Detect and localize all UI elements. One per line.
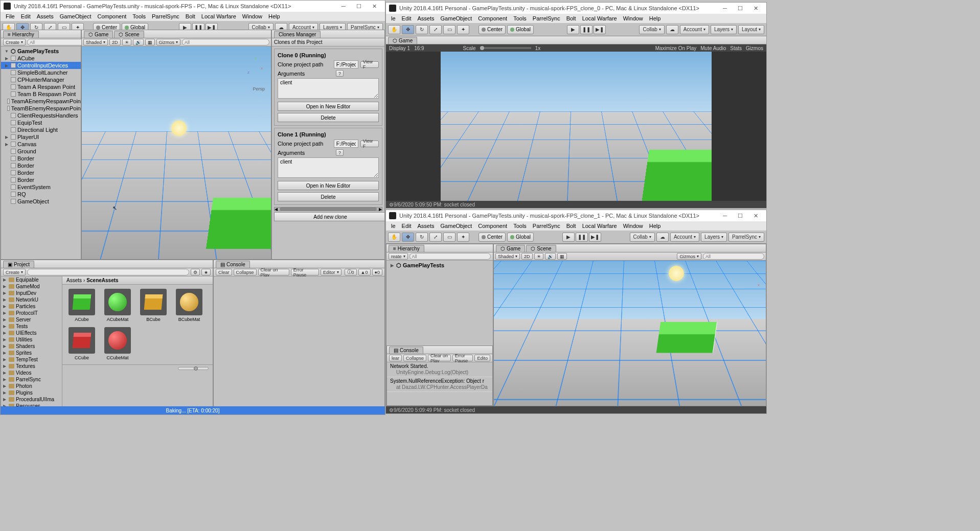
hierarchy-item[interactable]: ▶PlayerUI (1, 133, 81, 141)
cloud-icon[interactable]: ☁ (656, 233, 669, 242)
hierarchy-item[interactable]: GameObject (1, 198, 81, 205)
mute-audio[interactable]: Mute Audio (700, 45, 726, 51)
hierarchy-item[interactable]: Border (1, 162, 81, 169)
project-tab[interactable]: ▣ Project (3, 261, 34, 268)
console-clearonplay[interactable]: Clear on Play (258, 269, 289, 275)
project-folder[interactable]: ▶NetworkU (1, 296, 62, 303)
project-folder[interactable]: ▶Photon (1, 383, 62, 389)
rect-tool-icon[interactable]: ▭ (443, 25, 455, 34)
hand-tool-icon[interactable]: ✋ (388, 233, 400, 242)
hierarchy-item[interactable]: Team A Respawn Point (1, 83, 81, 90)
project-filter-icon[interactable]: ⚙ (191, 269, 200, 275)
close-button[interactable]: ✕ (367, 2, 382, 11)
menu-window[interactable]: Window (239, 13, 265, 19)
hand-tool-icon[interactable]: ✋ (388, 25, 400, 34)
close-button[interactable]: ✕ (748, 211, 763, 220)
step-button[interactable]: ▶❚ (589, 233, 601, 242)
hierarchy-item[interactable]: Border (1, 169, 81, 176)
scale-tool-icon[interactable]: ⤢ (429, 25, 442, 34)
project-folder[interactable]: ▶Utilities (1, 336, 62, 343)
scene-tab[interactable]: ⬡ Scene (526, 245, 556, 252)
menu-file[interactable]: File (3, 13, 18, 19)
hierarchy-item[interactable]: Directional Light (1, 126, 81, 133)
hierarchy-item[interactable]: SimpleBoltLauncher (1, 69, 81, 76)
menu-parrelsync[interactable]: ParrelSync (149, 13, 183, 19)
directional-light-gizmo[interactable] (171, 121, 187, 136)
hierarchy-item[interactable]: Ground (1, 148, 81, 155)
maximize-button[interactable]: ☐ (733, 4, 748, 13)
asset-item[interactable]: CCube (66, 327, 97, 360)
hierarchy-item[interactable]: RQ (1, 191, 81, 198)
project-folder[interactable]: ▶TempTest (1, 356, 62, 363)
clones-tab[interactable]: Clones Manager (274, 31, 321, 38)
project-folder[interactable]: ▶ProceduralUIIma (1, 396, 62, 403)
console-tab[interactable]: ▤ Console (216, 261, 250, 268)
rect-tool-icon[interactable]: ▭ (443, 233, 455, 242)
transform-tool-icon[interactable]: ✦ (457, 25, 469, 34)
menu-bolt[interactable]: Bolt (183, 13, 198, 19)
display-dropdown[interactable]: Display 1 (389, 45, 410, 51)
move-tool-icon[interactable]: ✥ (402, 25, 414, 34)
clone0-path[interactable] (334, 60, 358, 68)
console-error-count[interactable]: ● 0 (372, 269, 382, 275)
scene-search[interactable] (703, 253, 764, 260)
minimize-button[interactable]: ─ (717, 4, 733, 13)
scene-root[interactable]: ▶⬡ GamePlayTests (386, 262, 493, 269)
maximize-on-play[interactable]: Maximize On Play (655, 45, 697, 51)
hierarchy-item[interactable]: EquipTest (1, 119, 81, 126)
clone1-open-button[interactable]: Open in New Editor (278, 181, 379, 190)
asset-item[interactable]: BCubeMat (174, 289, 204, 322)
scene-tab[interactable]: ⬡ Scene (114, 31, 144, 38)
project-folder[interactable]: ▶Tests (1, 323, 62, 330)
clone1-args-help[interactable]: ? (336, 149, 344, 156)
stats-button[interactable]: Stats (730, 45, 742, 51)
menubar[interactable]: leEditAssetsGameObjectComponentToolsParr… (386, 221, 766, 230)
console-warn-count[interactable]: ▲ 0 (358, 269, 371, 275)
scene-light-icon[interactable]: ☀ (534, 253, 543, 260)
close-button[interactable]: ✕ (748, 4, 763, 13)
console-clear[interactable]: Clear (216, 269, 232, 275)
step-button[interactable]: ▶❚ (594, 25, 606, 34)
hierarchy-item[interactable]: ▶ACube (1, 55, 81, 62)
menu-assets[interactable]: Assets (34, 13, 57, 19)
menu-gameobject[interactable]: GameObject (57, 13, 95, 19)
clone1-path[interactable] (334, 140, 358, 148)
scale-tool-icon[interactable]: ⤢ (429, 233, 442, 242)
game-tab[interactable]: ⬡ Game (84, 31, 113, 38)
project-create[interactable]: Create (3, 269, 26, 275)
clone1-args-input[interactable]: client (278, 157, 379, 178)
clone0-args-help[interactable]: ? (336, 70, 344, 77)
menu-localwarfare[interactable]: Local Warfare (198, 13, 239, 19)
console-editor[interactable]: Editor (321, 269, 341, 275)
clone1-view-button[interactable]: View F (360, 141, 379, 147)
clone0-delete-button[interactable]: Delete (278, 113, 379, 122)
asset-item[interactable]: BCube (138, 289, 169, 322)
clone1-delete-button[interactable]: Delete (278, 192, 379, 201)
asset-item[interactable]: ACube (66, 289, 97, 322)
clone0-args-input[interactable]: client (278, 78, 379, 99)
menubar[interactable]: File Edit Assets GameObject Component To… (1, 12, 385, 21)
hierarchy-item[interactable]: ▶ControlInputDevices (1, 62, 81, 69)
clone0-open-button[interactable]: Open in New Editor (278, 102, 379, 111)
scene-gizmo[interactable]: x (758, 281, 760, 287)
maximize-button[interactable]: ☐ (351, 2, 367, 11)
pause-button[interactable]: ❚❚ (576, 233, 588, 242)
project-folder[interactable]: ▶Textures (1, 363, 62, 370)
scene-audio-icon[interactable]: 🔊 (545, 253, 556, 260)
menubar[interactable]: leEditAssetsGameObjectComponentToolsParr… (386, 14, 766, 23)
breadcrumb-0[interactable]: Assets (66, 278, 82, 283)
add-clone-button[interactable]: Add new clone (274, 212, 384, 221)
project-folder[interactable]: ▶GameMod (1, 283, 62, 290)
hierarchy-item[interactable]: Team B Respawn Point (1, 90, 81, 98)
minimize-button[interactable]: ─ (336, 2, 351, 11)
hierarchy-search[interactable] (409, 253, 491, 260)
project-search[interactable] (27, 269, 189, 275)
asset-item[interactable]: ACubeMat (102, 289, 133, 322)
console-tab[interactable]: ▤ Console (389, 347, 423, 354)
project-folder[interactable]: ▶Plugins (1, 389, 62, 396)
project-save-icon[interactable]: ★ (201, 269, 211, 275)
hierarchy-item[interactable]: ▶Canvas (1, 141, 81, 148)
scene-light-icon[interactable]: ☀ (122, 39, 131, 45)
hierarchy-create[interactable]: Create (3, 39, 26, 45)
menu-help[interactable]: Help (265, 13, 283, 19)
